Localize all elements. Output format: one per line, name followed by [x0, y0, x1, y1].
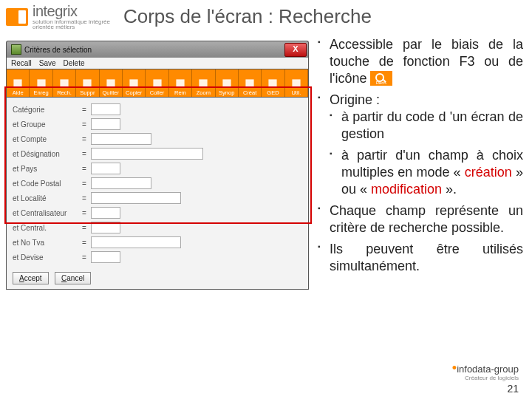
field-input[interactable]	[91, 148, 203, 160]
menu-delete[interactable]: Delete	[64, 59, 85, 67]
menu-save[interactable]: Save	[39, 59, 56, 67]
svg-rect-0	[14, 79, 22, 87]
toolbar-copier[interactable]: Copier	[123, 69, 146, 97]
toolbar-util[interactable]: Util.	[285, 69, 308, 97]
field-input[interactable]	[91, 222, 120, 233]
field-row: et Code Postal=	[13, 177, 302, 189]
window-icon	[11, 44, 21, 55]
field-op: =	[81, 150, 88, 158]
svg-rect-6	[153, 79, 161, 87]
field-row: et Désignation=	[13, 148, 302, 160]
svg-rect-9	[222, 79, 231, 87]
footer-logo: •infodata-group	[452, 364, 519, 375]
slide-footer: •infodata-group Créateur de logiciels 21	[452, 364, 519, 395]
cancel-button[interactable]: Cancel	[55, 272, 91, 284]
field-op: =	[81, 106, 88, 114]
svg-rect-7	[176, 79, 184, 87]
toolbar-suppr[interactable]: Suppr	[76, 69, 99, 97]
app-screenshot: Critères de sélection X Recall Save Dele…	[6, 41, 309, 290]
svg-rect-10	[245, 79, 253, 87]
svg-rect-4	[106, 79, 115, 87]
field-label: et No Tva	[13, 239, 81, 247]
field-label: et Désignation	[13, 150, 81, 158]
field-label: et Pays	[13, 165, 81, 173]
footer-tagline: Créateur de logiciels	[452, 375, 519, 381]
field-input[interactable]	[91, 163, 120, 174]
toolbar-zoom[interactable]: Zoom	[192, 69, 215, 97]
field-label: Catégorie	[13, 106, 81, 114]
field-row: et Central.=	[13, 222, 302, 233]
toolbar-icon	[198, 78, 208, 89]
logo-mark-icon	[6, 8, 28, 26]
field-input[interactable]	[91, 103, 120, 115]
svg-rect-5	[130, 79, 138, 87]
close-button[interactable]: X	[284, 43, 307, 57]
field-label: et Localité	[13, 194, 81, 202]
field-label: et Code Postal	[13, 180, 81, 188]
toolbar-icon	[152, 78, 163, 89]
field-op: =	[81, 253, 88, 262]
field-input[interactable]	[91, 177, 151, 189]
field-input[interactable]	[91, 251, 120, 263]
toolbar-icon	[245, 78, 255, 89]
toolbar-ged[interactable]: GED	[262, 69, 284, 97]
toolbar-icon	[267, 78, 278, 89]
svg-rect-1	[37, 79, 45, 87]
toolbar-aide[interactable]: Aide	[7, 69, 30, 97]
toolbar-rech[interactable]: Rech.	[53, 69, 76, 97]
field-label: et Devise	[13, 253, 81, 262]
field-label: et Groupe	[13, 120, 81, 129]
toolbar-icon	[129, 78, 139, 89]
field-op: =	[81, 120, 88, 129]
toolbar: AideEnregRech.SupprQuitterCopierCollerRe…	[6, 69, 309, 98]
toolbar-synop[interactable]: Synop	[216, 69, 239, 97]
toolbar-rem[interactable]: Rem	[169, 69, 192, 97]
toolbar-quitter[interactable]: Quitter	[100, 69, 123, 97]
page-number: 21	[452, 383, 519, 395]
field-op: =	[81, 224, 88, 232]
slide-text: Accessible par le biais de la touche de …	[309, 36, 523, 290]
search-form: Catégorie=et Groupe=et Compte=et Désigna…	[6, 98, 309, 290]
logo-text: integrix	[33, 3, 110, 20]
field-row: et Centralisateur=	[13, 207, 302, 219]
field-row: et Devise=	[13, 251, 302, 263]
toolbar-crat[interactable]: Créat	[239, 69, 262, 97]
toolbar-enreg[interactable]: Enreg	[30, 69, 52, 97]
bullet-2b: à partir d'un champ à choix multiples en…	[330, 147, 523, 198]
field-op: =	[81, 209, 88, 217]
field-op: =	[81, 239, 88, 247]
search-icon: Rech.	[370, 71, 392, 86]
field-row: et No Tva=	[13, 236, 302, 248]
field-row: et Localité=	[13, 192, 302, 204]
field-label: et Compte	[13, 135, 81, 143]
svg-rect-2	[60, 79, 68, 87]
field-row: et Compte=	[13, 133, 302, 145]
field-row: et Pays=	[13, 163, 302, 174]
bullet-4: Ils peuvent être utilisés simultanément.	[318, 241, 523, 275]
field-input[interactable]	[91, 192, 181, 204]
field-label: et Centralisateur	[13, 209, 81, 217]
toolbar-coller[interactable]: Coller	[146, 69, 168, 97]
bullet-2: Origine : à partir du code d 'un écran d…	[318, 92, 523, 198]
menu-recall[interactable]: Recall	[11, 59, 32, 67]
field-label: et Central.	[13, 224, 81, 232]
svg-rect-11	[269, 79, 277, 87]
bullet-1: Accessible par le biais de la touche de …	[318, 36, 523, 87]
bullet-2a: à partir du code d 'un écran de gestion	[330, 109, 523, 143]
svg-rect-12	[292, 79, 300, 87]
field-input[interactable]	[91, 118, 120, 130]
toolbar-icon	[13, 78, 23, 89]
field-row: et Groupe=	[13, 118, 302, 130]
field-input[interactable]	[91, 207, 120, 219]
field-input[interactable]	[91, 133, 151, 145]
toolbar-icon	[291, 78, 301, 89]
field-op: =	[81, 165, 88, 173]
field-op: =	[81, 135, 88, 143]
accept-button[interactable]: AAcceptccept	[13, 272, 49, 284]
slide-title: Corps de l'écran : Recherche	[123, 5, 372, 28]
field-op: =	[81, 194, 88, 202]
logo-tagline2: orientée métiers	[33, 24, 110, 30]
menubar: Recall Save Delete	[6, 58, 309, 69]
field-input[interactable]	[91, 236, 181, 248]
toolbar-icon	[59, 78, 69, 89]
